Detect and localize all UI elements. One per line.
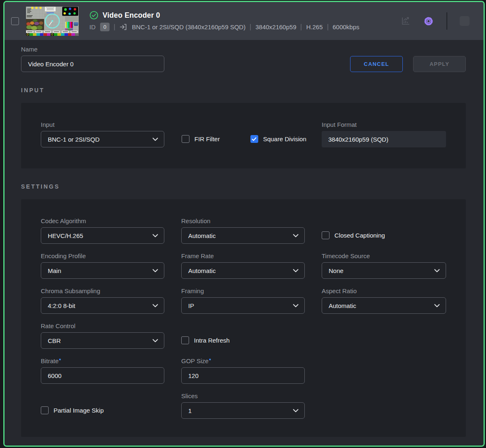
chevron-down-icon xyxy=(152,339,158,343)
intra-refresh-checkbox-box[interactable] xyxy=(181,336,189,344)
status-ok-icon xyxy=(89,11,98,20)
partial-image-skip-checkbox-box[interactable] xyxy=(41,406,49,414)
square-division-checkbox-box[interactable] xyxy=(250,135,258,143)
encoder-title: Video Encoder 0 xyxy=(103,11,160,20)
statistics-chart-icon[interactable] xyxy=(401,16,411,26)
encoding-profile-label: Encoding Profile xyxy=(41,252,164,259)
input-format-field: 3840x2160p59 (SQD) xyxy=(322,131,446,147)
input-summary: BNC-1 or 2SI/SQD (3840x2160p59 SQD) xyxy=(132,23,245,30)
input-format-label: Input Format xyxy=(322,121,446,128)
id-badge: 0 xyxy=(100,23,110,31)
codec-algorithm-label: Codec Algorithm xyxy=(41,217,164,224)
settings-gear-icon[interactable] xyxy=(423,16,434,27)
closed-captioning-checkbox[interactable]: Closed Captioning xyxy=(322,231,385,239)
encoder-config-window: Video Encoder 0 ID 0 BNC-1 or 2SI/SQD (3… xyxy=(3,1,485,447)
chevron-down-icon xyxy=(434,304,440,308)
codec-value: H.265 xyxy=(306,23,322,30)
encoder-select-checkbox[interactable] xyxy=(11,17,19,25)
aspect-ratio-label: Aspect Ratio xyxy=(322,287,446,294)
chroma-subsampling-select[interactable]: 4:2:0 8-bit xyxy=(41,297,164,314)
meta-divider xyxy=(327,24,328,30)
timecode-source-label: Timecode Source xyxy=(322,252,446,259)
frame-rate-label: Frame Rate xyxy=(181,252,305,259)
input-select-value: BNC-1 or 2SI/SQD xyxy=(48,136,100,143)
intra-refresh-label: Intra Refresh xyxy=(194,337,230,344)
bitrate-label: Bitrate xyxy=(41,357,58,364)
codec-algorithm-select[interactable]: HEVC/H.265 xyxy=(41,227,164,244)
square-division-checkbox[interactable]: Square Division xyxy=(250,135,306,143)
actions-divider xyxy=(446,12,447,30)
partial-image-skip-label: Partial Image Skip xyxy=(54,407,104,414)
settings-panel: Codec Algorithm HEVC/H.265 Resolution Au… xyxy=(21,199,466,437)
chevron-down-icon xyxy=(152,269,158,273)
intra-refresh-checkbox[interactable]: Intra Refresh xyxy=(181,336,230,344)
chroma-subsampling-label: Chroma Subsampling xyxy=(41,287,164,294)
timecode-source-select[interactable]: None xyxy=(322,262,446,279)
aspect-ratio-select[interactable]: Automatic xyxy=(322,297,446,314)
encoder-form: Name CANCEL APPLY INPUT Input BNC-1 or 2… xyxy=(5,40,484,446)
chevron-down-icon xyxy=(293,409,299,413)
chevron-down-icon xyxy=(293,234,299,238)
square-division-label: Square Division xyxy=(263,135,306,142)
bitrate-input[interactable] xyxy=(41,367,164,384)
input-label: Input xyxy=(41,121,164,128)
chevron-down-icon xyxy=(293,304,299,308)
chevron-down-icon xyxy=(152,138,158,141)
rate-control-label: Rate Control xyxy=(41,322,164,329)
meta-divider xyxy=(114,24,115,30)
required-mark: • xyxy=(59,356,61,363)
encoder-header: Video Encoder 0 ID 0 BNC-1 or 2SI/SQD (3… xyxy=(5,2,484,40)
input-preview-thumbnail xyxy=(26,7,79,36)
drag-handle[interactable] xyxy=(460,16,470,26)
framing-label: Framing xyxy=(181,287,305,294)
framing-select[interactable]: IP xyxy=(181,297,305,314)
resolution-value: 3840x2160p59 xyxy=(255,23,296,30)
fir-filter-label: FIR Filter xyxy=(194,135,220,142)
closed-captioning-label: Closed Captioning xyxy=(334,232,385,239)
slices-label: Slices xyxy=(181,392,305,399)
resolution-select[interactable]: Automatic xyxy=(181,227,305,244)
gop-size-input[interactable] xyxy=(181,367,305,384)
rate-control-select[interactable]: CBR xyxy=(41,332,164,349)
encoding-profile-select[interactable]: Main xyxy=(41,262,164,279)
slices-select[interactable]: 1 xyxy=(181,402,305,419)
id-label: ID xyxy=(89,23,96,30)
name-label: Name xyxy=(21,46,164,53)
input-format-value: 3840x2160p59 (SQD) xyxy=(328,136,388,143)
encoder-header-info: Video Encoder 0 ID 0 BNC-1 or 2SI/SQD (3… xyxy=(89,11,360,31)
resolution-label: Resolution xyxy=(181,217,305,224)
chevron-down-icon xyxy=(152,304,158,308)
header-actions xyxy=(401,12,470,30)
settings-section-heading: SETTINGS xyxy=(21,183,466,190)
fir-filter-checkbox-box[interactable] xyxy=(182,135,189,143)
name-input[interactable] xyxy=(21,56,164,72)
input-arrow-icon xyxy=(119,23,127,31)
cancel-button[interactable]: CANCEL xyxy=(350,56,403,72)
input-section-heading: INPUT xyxy=(21,87,466,93)
partial-image-skip-checkbox[interactable]: Partial Image Skip xyxy=(41,406,104,414)
input-panel: Input BNC-1 or 2SI/SQD FIR Filter xyxy=(21,103,466,168)
meta-divider xyxy=(301,24,301,30)
chevron-down-icon xyxy=(434,269,440,273)
closed-captioning-checkbox-box[interactable] xyxy=(322,231,329,239)
bitrate-value: 6000kbps xyxy=(333,23,360,30)
meta-divider xyxy=(250,24,251,30)
input-select[interactable]: BNC-1 or 2SI/SQD xyxy=(41,131,164,147)
fir-filter-checkbox[interactable]: FIR Filter xyxy=(182,135,220,143)
required-mark: • xyxy=(209,356,211,363)
chevron-down-icon xyxy=(152,234,158,238)
gop-size-label: GOP Size xyxy=(181,357,208,364)
apply-button[interactable]: APPLY xyxy=(413,56,466,72)
chevron-down-icon xyxy=(293,269,299,273)
frame-rate-select[interactable]: Automatic xyxy=(181,262,305,279)
